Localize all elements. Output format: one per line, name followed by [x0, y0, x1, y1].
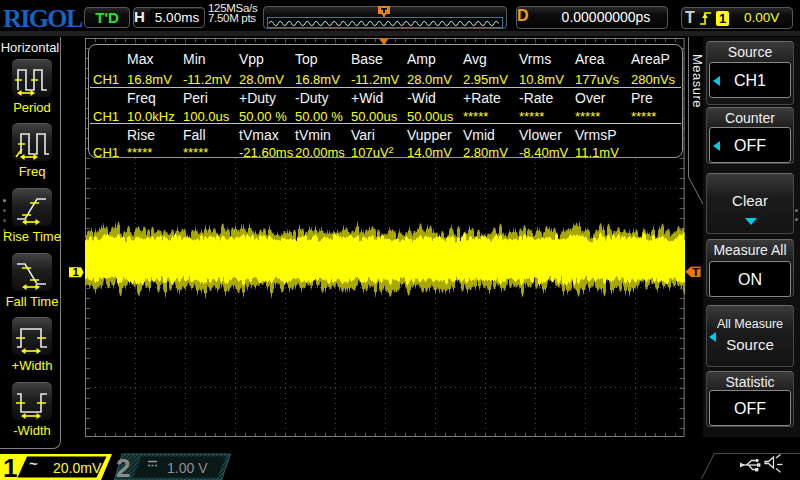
svg-text:~: ~ [29, 455, 38, 472]
svg-text:2: 2 [116, 453, 130, 480]
svg-text:1: 1 [3, 453, 17, 480]
svg-text:20.0mV: 20.0mV [53, 460, 102, 476]
svg-text:T: T [692, 266, 699, 278]
svg-text:1: 1 [73, 266, 80, 278]
svg-text:1.00 V: 1.00 V [167, 460, 208, 476]
